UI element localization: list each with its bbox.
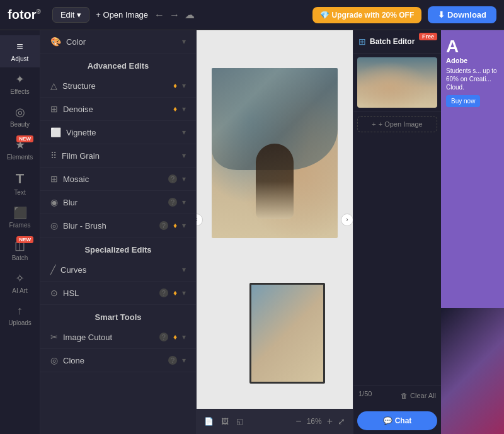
- color-icon: 🎨: [50, 37, 61, 47]
- chevron-cutout-icon: ▾: [182, 333, 186, 341]
- chevron-down-icon: ▾: [77, 10, 81, 20]
- edit-button[interactable]: Edit ▾: [52, 7, 89, 23]
- adobe-logo: A: [446, 37, 499, 57]
- fit-screen-button[interactable]: ⤢: [338, 416, 345, 426]
- mosaic-help-icon[interactable]: ?: [168, 174, 177, 183]
- premium-blur-brush-icon: ♦: [173, 221, 177, 230]
- image-cutout-help-icon[interactable]: ?: [159, 333, 168, 341]
- panel-collapse-button[interactable]: ‹: [197, 214, 203, 226]
- upgrade-button[interactable]: 💎 Upgrade with 20% OFF: [312, 7, 422, 23]
- premium-denoise-icon: ♦: [173, 105, 177, 113]
- batch-new-badge: NEW: [16, 236, 33, 243]
- panel-sidebar: 🎨 Color ▾ Advanced Edits △ Structure ♦ ▾…: [40, 30, 197, 434]
- vignette-icon: ⬜: [50, 127, 61, 137]
- panel-item-clone[interactable]: ◎ Clone ? ▾: [40, 349, 196, 372]
- hsl-icon: ⊙: [50, 288, 58, 298]
- ad-buy-button[interactable]: Buy now: [446, 95, 480, 107]
- chevron-clone-icon: ▾: [182, 356, 186, 365]
- redo-icon[interactable]: →: [169, 9, 180, 21]
- hsl-help-icon[interactable]: ?: [159, 288, 168, 297]
- person-figure: [256, 144, 294, 219]
- right-panel-expand-button[interactable]: ›: [341, 214, 353, 226]
- panel-item-blur-brush[interactable]: ◎ Blur - Brush ? ♦ ▾: [40, 214, 196, 237]
- blur-icon: ◉: [50, 197, 58, 207]
- ad-content: A Adobe Students s... up to 60% on Creat…: [441, 30, 504, 113]
- premium-cutout-icon: ♦: [173, 333, 177, 341]
- specialized-edits-header: Specialized Edits: [40, 237, 196, 258]
- panel-item-film-grain[interactable]: ⠿ Film Grain ▾: [40, 144, 196, 168]
- panel-item-hsl[interactable]: ⊙ HSL ? ♦ ▾: [40, 282, 196, 305]
- thumbnail-photo: [249, 283, 325, 384]
- ad-bottom-visual: [441, 308, 504, 434]
- curves-icon: ╱: [50, 265, 55, 275]
- file-icon: 📄: [204, 417, 214, 426]
- download-icon: ⬇: [438, 10, 447, 20]
- clone-help-icon[interactable]: ?: [168, 356, 177, 365]
- premium-structure-icon: ♦: [173, 81, 177, 90]
- chat-button[interactable]: 💬 Chat: [357, 411, 437, 430]
- topbar: fotor® Edit ▾ + Open Image ← → ☁ 💎 Upgra…: [0, 0, 504, 30]
- batch-counter: 1/50: [358, 390, 372, 397]
- zoom-level: 16%: [307, 417, 322, 426]
- ad-panel: A Adobe Students s... up to 60% on Creat…: [441, 30, 504, 434]
- sidebar-item-effects[interactable]: ✦ Effects: [0, 67, 40, 100]
- sidebar-item-text[interactable]: T Text: [0, 166, 40, 201]
- panel-item-color[interactable]: 🎨 Color ▾: [40, 30, 196, 54]
- cloud-icon[interactable]: ☁: [185, 9, 195, 21]
- advanced-edits-header: Advanced Edits: [40, 54, 196, 74]
- nav-icons: ← → ☁: [154, 9, 195, 21]
- ad-bottom-image: [441, 308, 504, 434]
- zoom-controls: − 16% + ⤢: [295, 416, 345, 427]
- chevron-blur-brush-icon: ▾: [182, 221, 186, 230]
- batch-thumb-inner: [357, 57, 437, 108]
- batch-open-image-button[interactable]: + + Open Image: [357, 116, 437, 132]
- beauty-icon: ◎: [15, 105, 25, 119]
- chevron-color-icon: ▾: [182, 37, 186, 46]
- smart-tools-header: Smart Tools: [40, 305, 196, 326]
- batch-footer: 1/50 🗑 Clear All: [353, 385, 441, 408]
- blur-help-icon[interactable]: ?: [168, 198, 177, 207]
- sidebar-item-uploads[interactable]: ↑ Uploads: [0, 299, 40, 331]
- sidebar-item-adjust[interactable]: ≡ Adjust: [0, 35, 40, 67]
- sidebar-item-elements[interactable]: NEW ★ Elements: [0, 133, 40, 166]
- clear-all-button[interactable]: 🗑 Clear All: [401, 392, 436, 399]
- canvas-area: ‹ › 📄 🖼 ◱ − 16% + ⤢: [197, 30, 353, 434]
- open-image-button[interactable]: + Open Image: [96, 10, 148, 20]
- chevron-hsl-icon: ▾: [182, 288, 186, 297]
- sidebar-item-ai-art[interactable]: ✧ AI Art: [0, 266, 40, 299]
- ai-art-icon: ✧: [15, 271, 25, 285]
- chevron-curves-icon: ▾: [182, 265, 186, 274]
- panel-item-curves[interactable]: ╱ Curves ▾: [40, 258, 196, 282]
- panel-item-image-cutout[interactable]: ✂ Image Cutout ? ♦ ▾: [40, 326, 196, 349]
- clone-icon: ◎: [50, 355, 58, 365]
- panel-item-mosaic[interactable]: ⊞ Mosaic ? ▾: [40, 168, 196, 191]
- sidebar-item-frames[interactable]: ⬛ Frames: [0, 201, 40, 234]
- panel-item-structure[interactable]: △ Structure ♦ ▾: [40, 74, 196, 98]
- plus-icon: +: [372, 120, 375, 128]
- text-icon: T: [16, 171, 24, 187]
- panel-item-denoise[interactable]: ⊞ Denoise ♦ ▾: [40, 98, 196, 121]
- zoom-in-button[interactable]: +: [327, 416, 333, 427]
- batch-editor-label: Batch Editor: [370, 37, 415, 46]
- chevron-blur-icon: ▾: [182, 198, 186, 207]
- diamond-icon: 💎: [320, 11, 329, 20]
- chat-icon: 💬: [383, 416, 392, 425]
- chevron-film-grain-icon: ▾: [182, 151, 186, 160]
- panel-item-vignette[interactable]: ⬜ Vignette ▾: [40, 121, 196, 144]
- layers-icon: ◱: [236, 417, 243, 426]
- batch-editor-header: ⊞ Batch Editor Free: [353, 30, 441, 54]
- frames-icon: ⬛: [13, 206, 27, 220]
- zoom-out-button[interactable]: −: [295, 416, 301, 427]
- main-photo: [212, 68, 338, 238]
- main-area: ≡ Adjust ✦ Effects ◎ Beauty NEW ★ Elemen…: [0, 30, 504, 434]
- sidebar-item-batch[interactable]: NEW ◫ Batch: [0, 234, 40, 266]
- chevron-vignette-icon: ▾: [182, 128, 186, 137]
- canvas-bottom-bar: 📄 🖼 ◱ − 16% + ⤢: [197, 409, 353, 434]
- batch-editor-icon: ⊞: [358, 37, 366, 47]
- blur-brush-help-icon[interactable]: ?: [159, 221, 168, 230]
- undo-icon[interactable]: ←: [154, 9, 164, 21]
- panel-item-blur[interactable]: ◉ Blur ? ▾: [40, 191, 196, 214]
- premium-hsl-icon: ♦: [173, 288, 177, 297]
- download-button[interactable]: ⬇ Download: [428, 6, 496, 23]
- sidebar-item-beauty[interactable]: ◎ Beauty: [0, 100, 40, 133]
